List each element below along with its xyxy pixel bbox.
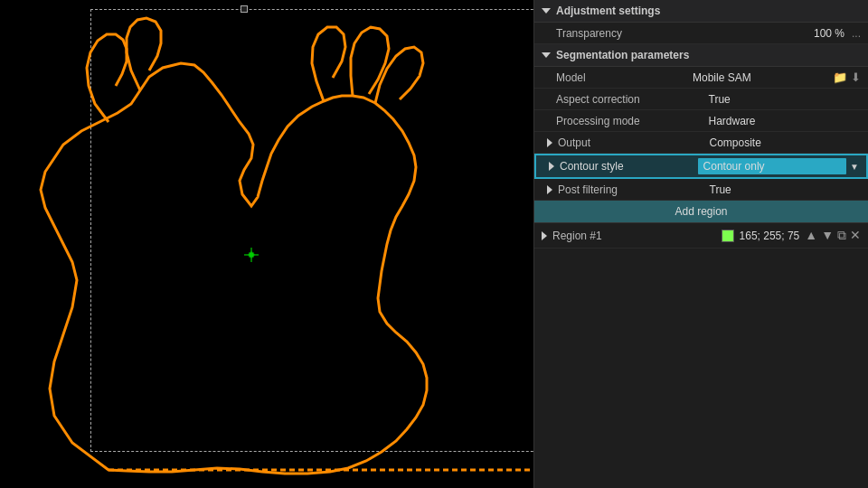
transparency-row: Transparency 100 % ... — [534, 23, 868, 44]
post-filtering-row: Post filtering True — [534, 179, 868, 201]
contour-style-dropdown-arrow[interactable]: ▼ — [850, 162, 859, 172]
output-value: Composite — [710, 136, 862, 149]
post-filtering-label: Post filtering — [558, 183, 710, 196]
region-up-icon[interactable]: ▲ — [805, 228, 817, 243]
aspect-correction-value: True — [709, 93, 862, 106]
canvas-area — [0, 0, 533, 488]
model-download-icon[interactable]: ⬇ — [851, 70, 861, 84]
contour-style-value: Contour only — [698, 158, 847, 174]
processing-mode-label: Processing mode — [556, 115, 709, 127]
adjustment-settings-header: Adjustment settings — [534, 0, 868, 23]
transparency-dots[interactable]: ... — [852, 27, 861, 40]
region-color-box[interactable] — [722, 230, 734, 242]
region-down-icon[interactable]: ▼ — [821, 228, 834, 243]
aspect-correction-row: Aspect correction True — [534, 89, 868, 110]
output-row: Output Composite — [534, 132, 868, 154]
output-triangle — [547, 138, 552, 147]
output-label: Output — [558, 136, 710, 149]
region-triangle — [542, 231, 547, 240]
adjustment-settings-label: Adjustment settings — [556, 5, 660, 17]
panel: Adjustment settings Transparency 100 % .… — [533, 0, 868, 488]
adjustment-settings-triangle — [542, 8, 551, 14]
processing-mode-value: Hardware — [709, 115, 862, 127]
region-copy-icon[interactable]: ⧉ — [837, 228, 846, 243]
segmentation-params-triangle — [542, 52, 551, 58]
region-row: Region #1 165; 255; 75 ▲ ▼ ⧉ ✕ — [534, 223, 868, 249]
segmentation-params-header: Segmentation parameters — [534, 44, 868, 67]
contour-style-triangle — [549, 162, 554, 171]
post-filtering-value: True — [710, 183, 862, 196]
post-filtering-triangle — [547, 185, 552, 194]
region-label: Region #1 — [552, 230, 722, 242]
region-close-icon[interactable]: ✕ — [850, 228, 861, 243]
model-folder-icon[interactable]: 📁 — [833, 70, 847, 84]
model-value: Mobile SAM — [693, 71, 829, 84]
contour-svg — [0, 0, 533, 488]
add-region-bar[interactable]: Add region — [534, 201, 868, 223]
segmentation-params-label: Segmentation parameters — [556, 49, 689, 61]
aspect-correction-label: Aspect correction — [556, 93, 709, 106]
transparency-label: Transparency — [542, 27, 814, 40]
contour-style-label: Contour style — [560, 160, 698, 173]
transparency-value: 100 % — [814, 27, 844, 40]
model-row: Model Mobile SAM 📁 ⬇ — [534, 67, 868, 89]
processing-mode-row: Processing mode Hardware — [534, 110, 868, 132]
region-value: 165; 255; 75 — [740, 230, 800, 242]
region-icons: ▲ ▼ ⧉ ✕ — [805, 228, 861, 243]
model-label: Model — [556, 71, 693, 84]
handle-top[interactable] — [241, 5, 248, 13]
crosshair — [244, 248, 259, 262]
contour-style-row[interactable]: Contour style Contour only ▼ — [534, 154, 868, 179]
add-region-label: Add region — [675, 205, 727, 218]
